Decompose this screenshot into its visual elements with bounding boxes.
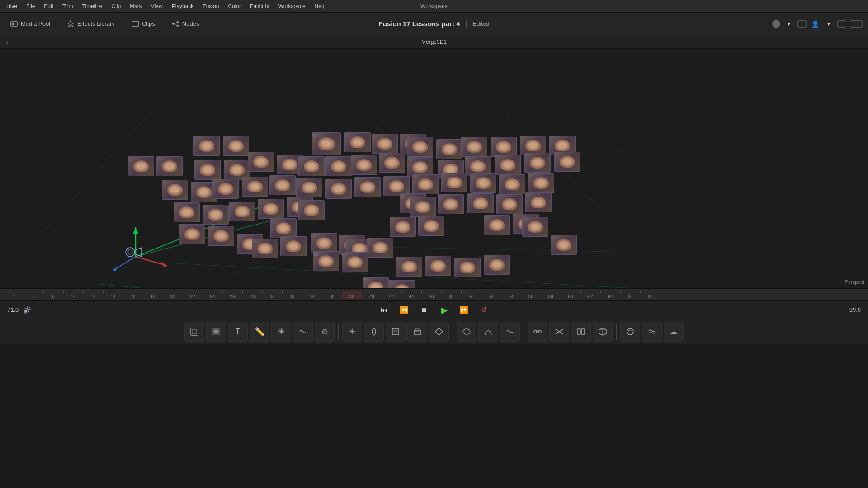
transform-tool[interactable] (386, 322, 406, 342)
skip-forward-button[interactable]: ⏩ (458, 304, 470, 316)
node-thumb[interactable] (223, 136, 249, 156)
node-thumb[interactable] (461, 137, 487, 157)
menu-fairlight[interactable]: Fairlight (246, 2, 273, 10)
menu-olive[interactable]: olve (4, 2, 21, 10)
nodes-button[interactable]: Nodes (167, 18, 204, 30)
node-thumb[interactable] (194, 160, 221, 180)
node-thumb[interactable] (242, 177, 268, 197)
loop-button[interactable]: ↺ (477, 304, 490, 316)
node-thumb[interactable] (313, 251, 339, 271)
node-thumb[interactable] (311, 233, 337, 253)
node-thumb[interactable] (396, 257, 422, 277)
node-thumb[interactable] (342, 252, 368, 272)
text-tool[interactable]: T (228, 322, 248, 342)
node-thumb[interactable] (298, 200, 325, 220)
volume-icon[interactable]: 🔊 (23, 306, 31, 314)
menu-edit[interactable]: Edit (40, 2, 57, 10)
node-thumb[interactable] (252, 239, 278, 258)
node-thumb[interactable] (363, 277, 389, 288)
node-thumb[interactable] (438, 194, 464, 214)
node-thumb[interactable] (354, 177, 381, 197)
node-thumb[interactable] (312, 132, 341, 155)
paint-tool[interactable]: ✏️ (250, 322, 269, 342)
menu-view[interactable]: View (147, 2, 166, 10)
node-thumb[interactable] (229, 202, 255, 221)
menu-trim[interactable]: Trim (59, 2, 77, 10)
color-tool[interactable] (364, 322, 384, 342)
node-thumb[interactable] (495, 155, 521, 175)
node-thumb[interactable] (326, 156, 352, 176)
stereo-tool[interactable] (571, 322, 591, 342)
connect-tool[interactable] (528, 322, 547, 342)
mask-tool[interactable] (206, 322, 226, 342)
stop-button[interactable]: ⏹ (418, 304, 430, 316)
node-thumb[interactable] (499, 174, 525, 194)
node-thumb[interactable] (351, 155, 377, 175)
node-thumb[interactable] (454, 258, 481, 277)
node-thumb[interactable] (248, 152, 274, 172)
node-thumb[interactable] (367, 238, 393, 258)
effects-library-button[interactable]: Effects Library (62, 18, 119, 30)
menu-workspace[interactable]: Workspace (275, 2, 309, 10)
node-thumb[interactable] (418, 216, 444, 236)
node-thumb[interactable] (344, 132, 371, 152)
layout-btn3[interactable] (850, 20, 863, 28)
node-thumb[interactable] (425, 256, 451, 276)
dropdown-btn[interactable]: ▼ (824, 19, 834, 29)
node-thumb[interactable] (269, 175, 296, 195)
menu-help[interactable]: Help (311, 2, 330, 10)
menu-fusion[interactable]: Fusion (199, 2, 222, 10)
node-thumb[interactable] (496, 194, 523, 214)
layout-btn2[interactable] (837, 20, 846, 28)
menu-color[interactable]: Color (224, 2, 245, 10)
node-thumb[interactable] (128, 156, 154, 176)
skip-to-start-button[interactable]: ⏮ (378, 304, 391, 316)
menu-mark[interactable]: Mark (126, 2, 146, 10)
clips-button[interactable]: Clips (127, 18, 160, 30)
layout-button1[interactable] (797, 20, 807, 28)
menu-timeline[interactable]: Timeline (79, 2, 106, 10)
play-button[interactable]: ▶ (438, 304, 450, 316)
merge-tool[interactable] (549, 322, 569, 342)
node-thumb[interactable] (412, 174, 439, 194)
node-thumb[interactable] (298, 156, 325, 176)
menu-file[interactable]: File (23, 2, 38, 10)
node-thumb[interactable] (436, 139, 462, 159)
node-thumb[interactable] (258, 199, 284, 219)
node-thumb[interactable] (410, 197, 436, 217)
node-thumb[interactable] (174, 202, 200, 222)
select-tool[interactable] (184, 322, 204, 342)
main-viewport[interactable]: Perspect (0, 49, 868, 288)
node-thumb[interactable] (280, 236, 307, 256)
3d-tool[interactable] (593, 322, 613, 342)
cloud-tool[interactable]: ☁ (664, 322, 684, 342)
node-thumb[interactable] (326, 179, 352, 199)
node-thumb[interactable] (179, 224, 205, 244)
menu-playback[interactable]: Playback (168, 2, 198, 10)
node-thumb[interactable] (551, 235, 577, 255)
node-thumb[interactable] (554, 152, 580, 172)
node-thumb[interactable] (467, 193, 494, 213)
node-thumb[interactable] (484, 215, 510, 235)
node-thumb[interactable] (484, 255, 510, 275)
node-thumb[interactable] (390, 217, 416, 237)
tracker-tool[interactable]: ⊕ (315, 322, 335, 342)
node-thumb[interactable] (525, 192, 552, 212)
node-thumb[interactable] (372, 134, 398, 154)
particle-tool[interactable]: ✳ (271, 322, 291, 342)
node-thumb[interactable] (212, 179, 239, 199)
node-thumb[interactable] (270, 218, 297, 238)
bezier-tool[interactable] (478, 322, 498, 342)
node-thumb[interactable] (208, 226, 234, 246)
node-thumb[interactable] (491, 137, 517, 157)
node-thumb[interactable] (524, 153, 551, 173)
viewer-dropdown[interactable]: ▼ (784, 19, 794, 29)
node-thumb[interactable] (193, 136, 220, 156)
fog-tool[interactable] (642, 322, 662, 342)
sphere-tool[interactable] (620, 322, 640, 342)
viewer-mode-button[interactable] (772, 20, 780, 28)
bspline-tool[interactable] (500, 322, 520, 342)
node-thumb[interactable] (203, 205, 229, 225)
node-thumb[interactable] (441, 173, 467, 192)
ellipse-tool[interactable] (457, 322, 476, 342)
